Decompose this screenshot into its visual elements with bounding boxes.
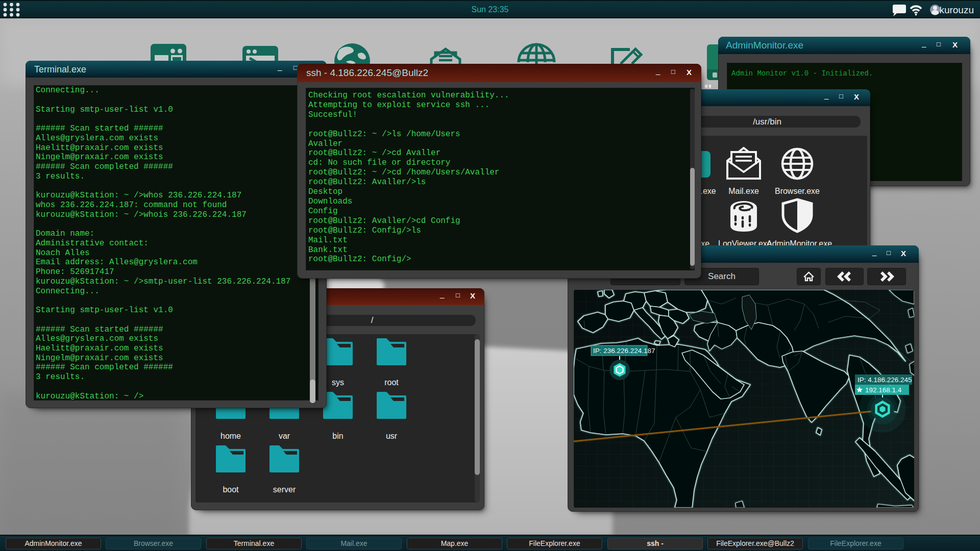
svg-text:192.168.1.4: 192.168.1.4 [865,386,902,394]
svg-text:IP: 236.226.224.187: IP: 236.226.224.187 [593,347,655,355]
svg-text:IP: 4.186.226.245: IP: 4.186.226.245 [857,376,912,384]
